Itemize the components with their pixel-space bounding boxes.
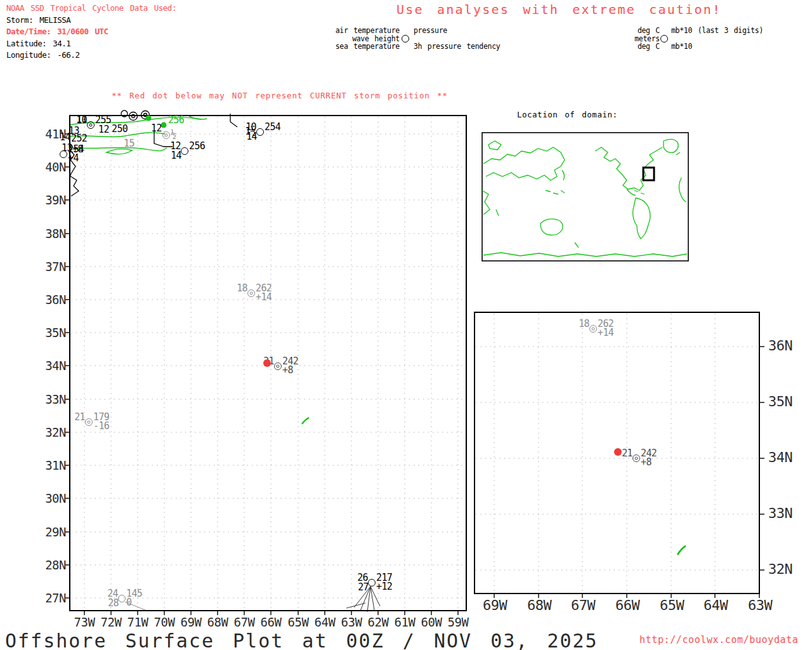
legend-sea-temperature: sea temperature — [336, 42, 400, 51]
station-pressure-tendency: +12 — [376, 583, 392, 591]
station-inner-circle-icon — [277, 365, 280, 368]
station-sea-temp: 27 — [358, 583, 369, 592]
station-pressure-tendency: 0 — [126, 599, 131, 607]
wind-streaks — [125, 587, 380, 612]
bermuda-coast-main — [302, 418, 309, 424]
legend-units-sea: deg C — [638, 42, 660, 51]
station-inner-circle-icon — [89, 124, 93, 127]
legend-pressure-tendency: 3h pressure tendency — [414, 42, 500, 51]
x-axis-label: 67W — [571, 599, 594, 613]
station-air-temp: 18 — [237, 284, 247, 293]
legend-units-pressure: mb*10 (last 3 digits) — [671, 26, 763, 35]
station-sea-temp: 28 — [108, 599, 119, 607]
station-pressure-tendency: +14 — [598, 329, 613, 337]
y-axis-label: 35N — [768, 395, 792, 409]
station-inner-circle-icon — [592, 328, 595, 331]
x-axis-label: 62W — [367, 616, 390, 628]
y-axis-label: 37N — [38, 260, 66, 273]
legend-station-circle-icon — [402, 35, 409, 43]
station-inner-circle-icon — [165, 134, 168, 137]
x-axis-label: 69W — [180, 616, 202, 628]
dot-red-icon — [263, 359, 271, 367]
x-axis-label: 67W — [233, 616, 256, 628]
y-axis-label: 40N — [38, 161, 66, 173]
buoy-plot-page: NOAA SSD Tropical Cyclone Data Used: Sto… — [0, 0, 812, 650]
station-air-temp: 21 — [74, 413, 85, 421]
y-axis-label: 30N — [38, 492, 66, 505]
y-axis-label: 27N — [38, 592, 66, 604]
storm-name: Storm: MELISSA — [6, 15, 176, 27]
x-axis-label: 63W — [748, 599, 771, 613]
y-axis-label: 32N — [768, 562, 792, 576]
station-sea-temp: 14 — [246, 133, 257, 141]
storm-longitude: Longitude: -66.2 — [6, 50, 176, 62]
station-cluster-value: 250 — [112, 124, 128, 133]
storm-info-block: NOAA SSD Tropical Cyclone Data Used: Sto… — [6, 3, 176, 62]
y-axis-label: 36N — [38, 293, 66, 306]
station-air-temp: 18 — [579, 320, 589, 328]
station-cluster-value: ½ — [171, 130, 176, 139]
world-map — [482, 133, 688, 261]
x-axis-label: 64W — [704, 599, 726, 613]
bermuda-coast-inset — [678, 546, 686, 555]
x-axis-label: 70W — [153, 616, 176, 628]
dot-green-icon — [146, 116, 152, 121]
x-axis-label: 68W — [206, 616, 229, 628]
storm-data-source: NOAA SSD Tropical Cyclone Data Used: — [6, 3, 176, 15]
plot-title: Offshore Surface Plot at 00Z / NOV 03, 2… — [5, 630, 598, 650]
station-pressure: 256 — [189, 142, 205, 150]
y-axis-label: 34N — [768, 451, 792, 465]
x-axis-label: 65W — [287, 616, 310, 628]
y-axis-label: 33N — [38, 393, 66, 406]
station-inner-circle-icon — [635, 457, 638, 460]
legend-pressure: pressure — [414, 26, 447, 35]
y-axis-label: 29N — [38, 526, 66, 538]
station-circle-icon — [181, 147, 188, 155]
x-axis-label: 69W — [483, 599, 506, 613]
station-cluster-value: 12 — [151, 124, 162, 133]
x-axis-label: 66W — [259, 616, 282, 628]
station-cluster-value: 13 — [62, 143, 72, 152]
y-axis-label: 39N — [38, 194, 66, 206]
storm-datetime: Date/Time: 31/0600 UTC — [6, 26, 176, 38]
legend-units-tendency: mb*10 — [671, 42, 692, 51]
station-circle-icon — [368, 579, 376, 587]
y-axis-label: 32N — [38, 426, 66, 439]
legend-air-temperature: air temperature — [336, 26, 400, 35]
x-axis-label: 60W — [420, 616, 443, 628]
y-axis-label: 36N — [768, 339, 792, 353]
station-pressure-tendency: +14 — [256, 293, 272, 302]
station-cluster-value: 11 — [76, 115, 87, 124]
y-axis-label: 38N — [38, 227, 66, 240]
y-axis-label: 31N — [38, 459, 66, 472]
x-axis-label: 59W — [447, 616, 469, 628]
y-axis-label: 35N — [38, 326, 66, 339]
y-axis-label: 34N — [38, 359, 66, 372]
station-inner-circle-icon — [88, 421, 91, 424]
station-cluster-value: 12 — [98, 125, 109, 134]
x-axis-label: 66W — [615, 599, 638, 613]
station-pressure-tendency: +8 — [282, 366, 293, 375]
x-axis-label: 68W — [527, 599, 550, 613]
world-inset-title: Location of domain: — [517, 110, 618, 119]
x-axis-label: 63W — [340, 616, 363, 628]
station-circle-icon — [118, 595, 126, 602]
x-axis-label: 64W — [313, 616, 336, 628]
station-pressure: 254 — [265, 123, 280, 131]
site-url-link[interactable]: http://coolwx.com/buoydata — [639, 634, 798, 646]
station-sea-temp: 14 — [171, 152, 181, 160]
station-inner-circle-icon — [250, 292, 253, 295]
x-axis-label: 71W — [126, 616, 149, 628]
x-axis-label: 72W — [100, 616, 122, 628]
station-air-temp: 21 — [622, 449, 632, 458]
station-cluster-value: +8 — [72, 145, 83, 154]
caution-headline: Use analyses with extreme caution! — [396, 2, 721, 17]
station-circle-icon — [256, 128, 264, 136]
x-axis-label: 73W — [73, 616, 96, 628]
legend-units-circle-icon — [660, 35, 668, 43]
station-cluster-value: 14 — [60, 133, 70, 142]
station-pressure-tendency: -16 — [93, 422, 109, 430]
dot-red-icon — [614, 448, 622, 456]
y-axis-label: 28N — [38, 559, 66, 571]
station-cluster-value: 15 — [124, 139, 134, 148]
